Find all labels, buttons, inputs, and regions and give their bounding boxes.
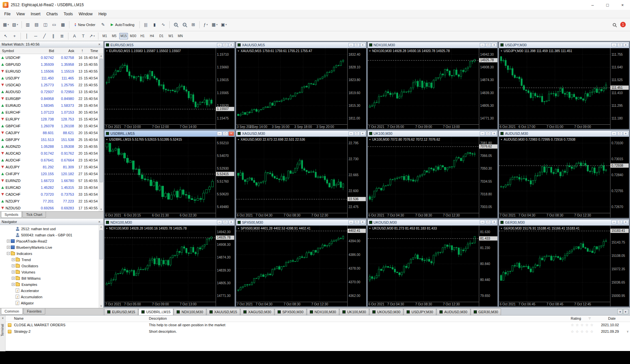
sort-icon[interactable]: ▽ bbox=[589, 317, 591, 320]
chart-minimize-button[interactable]: – bbox=[349, 220, 354, 224]
new-chart-button[interactable]: ▦▾ bbox=[2, 21, 10, 29]
chart-window-3[interactable]: USDJPY,M30–□×111.755111.640111.525111.41… bbox=[499, 42, 629, 129]
terminal-column-date[interactable]: Date bbox=[608, 316, 616, 320]
scrollbar-thumb[interactable] bbox=[99, 59, 103, 182]
scrollbar-thumb[interactable] bbox=[99, 230, 103, 259]
chart-restore-button[interactable]: □ bbox=[223, 132, 228, 136]
navigator-item[interactable]: −Indicators bbox=[0, 250, 103, 257]
chart-minimize-button[interactable]: – bbox=[611, 132, 617, 136]
scroll-right-icon[interactable]: ▸ bbox=[623, 309, 628, 314]
tile-windows-button[interactable]: ⊞ bbox=[189, 21, 197, 29]
chart-minimize-button[interactable]: – bbox=[217, 43, 222, 47]
chart-window-8[interactable]: NDX100,M30–□×14942.3014908.3014874.30148… bbox=[104, 219, 235, 307]
metaeditor-button[interactable]: ✎ bbox=[99, 21, 107, 29]
chart-tab[interactable]: XAGUSD,M30 bbox=[240, 308, 274, 315]
timeframe-w1-button[interactable]: W1 bbox=[166, 33, 175, 39]
navigator-item[interactable]: +Examples bbox=[0, 281, 103, 287]
window-minimize-button[interactable]: – bbox=[585, 0, 600, 10]
market-watch-row[interactable]: GBPUSD1.359391.359581915:40:55 bbox=[0, 61, 103, 68]
market-watch-row[interactable]: CADCHF0.737200.737533315:40:54 bbox=[0, 191, 103, 198]
terminal-close-icon[interactable]: × bbox=[1, 316, 5, 320]
terminal-button[interactable]: ▭ bbox=[50, 21, 58, 29]
navigator-item[interactable]: +Volumes bbox=[0, 269, 103, 275]
chart-tab[interactable]: UK100,M30 bbox=[339, 308, 369, 315]
scrollbar[interactable]: ∧∨ bbox=[99, 225, 103, 308]
market-watch-row[interactable]: AUDJPY81.29281.3091715:40:54 bbox=[0, 163, 103, 170]
navigator-item[interactable]: ƒAccumulation bbox=[0, 294, 103, 300]
expand-icon[interactable]: + bbox=[7, 246, 10, 249]
menu-help[interactable]: Help bbox=[95, 10, 109, 18]
market-watch-row[interactable]: GBPCHF1.260781.261083015:40:54 bbox=[0, 122, 103, 129]
terminal-column-rating[interactable]: Rating bbox=[571, 316, 581, 320]
navigator-item[interactable]: +Bill Williams bbox=[0, 275, 103, 281]
market-watch-row[interactable]: USDCAD1.257731.257952215:40:55 bbox=[0, 81, 103, 88]
chart-tab[interactable]: NDX100,M30 bbox=[307, 308, 339, 315]
expand-icon[interactable]: + bbox=[12, 258, 15, 261]
chart-minimize-button[interactable]: – bbox=[611, 220, 617, 224]
chart-restore-button[interactable]: □ bbox=[617, 43, 623, 47]
chart-minimize-button[interactable]: – bbox=[480, 132, 485, 136]
column-header-spread[interactable]: ! bbox=[74, 49, 83, 53]
market-watch-row[interactable]: CADJPY88.60188.6212015:40:54 bbox=[0, 129, 103, 136]
chart-window-7[interactable]: AUDUSD,M30–□×0.731000.730150.728400.7275… bbox=[499, 130, 629, 218]
chart-minimize-button[interactable]: – bbox=[349, 43, 354, 47]
tab-favorites[interactable]: Favorites bbox=[23, 308, 45, 315]
tab-tick-chart[interactable]: Tick Chart bbox=[22, 212, 46, 218]
periods-button[interactable]: ▦▾ bbox=[210, 21, 219, 29]
chart-restore-button[interactable]: □ bbox=[354, 220, 360, 224]
chart-restore-button[interactable]: □ bbox=[617, 220, 623, 224]
search-button[interactable] bbox=[610, 21, 618, 29]
timeframe-d1-button[interactable]: D1 bbox=[157, 33, 166, 39]
terminal-row[interactable]: Strategy-2Short description.☆ ☆ ☆ ☆ ☆202… bbox=[6, 329, 630, 335]
window-close-button[interactable]: × bbox=[615, 0, 630, 10]
navigator-item[interactable]: +Oscillators bbox=[0, 263, 103, 269]
chart-window-9[interactable]: SPX500,M30–□×4394.004386.004378.004370.0… bbox=[236, 219, 366, 307]
timeframe-h1-button[interactable]: H1 bbox=[138, 33, 147, 39]
chart-window-titlebar[interactable]: XAUUSD,M15–□× bbox=[236, 42, 366, 48]
menu-view[interactable]: View bbox=[13, 10, 28, 18]
terminal-row[interactable]: CLOSE ALL MARKET ORDERSThis help to clos… bbox=[6, 322, 630, 329]
fibonacci-button[interactable]: ≣ bbox=[58, 32, 66, 40]
navigator-button[interactable]: ◫ bbox=[41, 21, 50, 29]
data-window-button[interactable]: ▤ bbox=[33, 21, 41, 29]
menu-insert[interactable]: Insert bbox=[28, 10, 43, 18]
chart-tab[interactable]: UKOUSD,M30 bbox=[369, 308, 404, 315]
templates-button[interactable]: ▣▾ bbox=[220, 21, 228, 29]
chart-window-titlebar[interactable]: XAGUSD,M30–□× bbox=[236, 131, 366, 137]
zoom-in-button[interactable]: + bbox=[172, 21, 180, 29]
scroll-up-icon[interactable]: ∧ bbox=[99, 225, 103, 229]
chart-close-button[interactable]: × bbox=[229, 43, 234, 47]
market-watch-row[interactable]: EURCHF1.071231.071533015:40:54 bbox=[0, 109, 103, 116]
market-watch-row[interactable]: USDJPY111.450111.4651515:40:54 bbox=[0, 75, 103, 81]
tab-symbols[interactable]: Symbols bbox=[1, 212, 22, 218]
notification-button[interactable]: 1 bbox=[619, 21, 627, 29]
chart-canvas[interactable]: 1.157101.156601.156151.155651.155201.154… bbox=[105, 48, 235, 129]
menu-tools[interactable]: Tools bbox=[61, 10, 76, 18]
scroll-left-icon[interactable]: ◂ bbox=[617, 309, 623, 314]
market-watch-row[interactable]: EURNZD1.667231.667805715:40:55 bbox=[0, 177, 103, 184]
new-order-button[interactable]: ▲▼New Order bbox=[71, 21, 98, 29]
cursor-button[interactable]: ↖ bbox=[2, 32, 10, 40]
market-watch-row[interactable]: NZDJPY77.20177.2232215:40:54 bbox=[0, 198, 103, 204]
chart-window-10[interactable]: UKOUSD,M30–□×81.63081.23080.84080.44079.… bbox=[367, 219, 498, 307]
chart-restore-button[interactable]: □ bbox=[354, 132, 360, 136]
market-watch-row[interactable]: EURUSD1.155061.155191315:40:55 bbox=[0, 68, 103, 75]
chart-close-button[interactable]: × bbox=[623, 132, 628, 136]
chart-window-titlebar[interactable]: AUDUSD,M30–□× bbox=[499, 131, 629, 137]
chart-close-button[interactable]: × bbox=[229, 132, 234, 136]
chart-window-titlebar[interactable]: USDJPY,M30–□× bbox=[499, 42, 629, 48]
chart-window-titlebar[interactable]: UKOUSD,M30–□× bbox=[368, 219, 498, 226]
chart-canvas[interactable]: 14942.3014908.3014874.3014839.3014805.30… bbox=[368, 48, 498, 129]
chart-restore-button[interactable]: □ bbox=[617, 132, 623, 136]
candlestick-button[interactable]: ▮ bbox=[150, 21, 159, 29]
chart-window-5[interactable]: XAGUSD,M30–□×22.79522.73022.66522.60022.… bbox=[236, 130, 366, 218]
chart-minimize-button[interactable]: – bbox=[480, 43, 485, 47]
market-watch-row[interactable]: EURCAD1.452821.453153315:40:54 bbox=[0, 184, 103, 191]
chart-restore-button[interactable]: □ bbox=[486, 43, 491, 47]
navigator-item[interactable]: 500043: nathan clark - GBP 001 bbox=[0, 232, 103, 238]
market-watch-row[interactable]: USDCHF0.927420.927581615:40:54 bbox=[0, 54, 103, 61]
chart-close-button[interactable]: × bbox=[492, 43, 497, 47]
horizontal-line-button[interactable]: ─ bbox=[32, 32, 40, 40]
expand-icon[interactable]: + bbox=[12, 264, 15, 267]
chart-tab[interactable]: XAUUSD,M15 bbox=[207, 308, 240, 315]
